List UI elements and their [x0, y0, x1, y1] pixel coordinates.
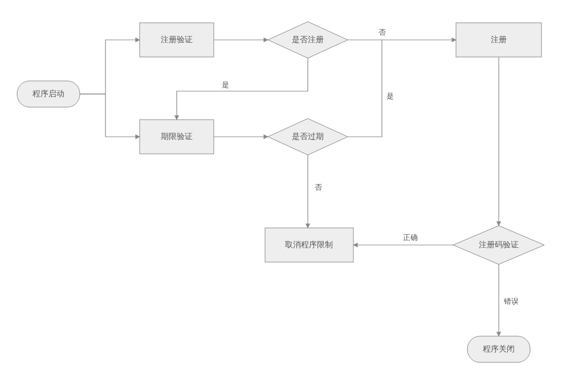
flowchart-canvas: 程序启动 注册验证 是否注册 注册 期限验证 是否过期 取消程序限制 注册码验证…	[0, 0, 570, 392]
edge-label-isexp-no: 否	[315, 183, 322, 191]
edge-label-isreg-yes: 是	[222, 80, 229, 89]
node-is-registered: 是否注册	[268, 22, 348, 58]
node-end: 程序关闭	[467, 336, 530, 362]
label-is-registered: 是否注册	[292, 35, 324, 44]
edge-start-regcheck	[80, 40, 140, 94]
edge-label-code-err: 错误	[503, 297, 519, 305]
label-code-verify: 注册码验证	[479, 240, 519, 249]
edge-label-isexp-yes: 是	[386, 92, 394, 100]
node-start: 程序启动	[17, 81, 80, 107]
edge-label-isreg-no: 否	[378, 28, 386, 36]
label-is-expired: 是否过期	[292, 132, 324, 141]
node-cancel-limit: 取消程序限制	[265, 228, 353, 262]
edge-isreg-yes	[177, 58, 308, 120]
node-period-check: 期限验证	[140, 120, 214, 154]
label-reg-check: 注册验证	[161, 35, 193, 44]
label-period-check: 期限验证	[161, 132, 193, 141]
label-start: 程序启动	[32, 89, 64, 98]
label-cancel-limit: 取消程序限制	[285, 240, 333, 249]
node-register: 注册	[456, 23, 542, 57]
node-reg-check: 注册验证	[140, 23, 214, 57]
label-end: 程序关闭	[483, 344, 515, 353]
label-register: 注册	[491, 35, 507, 44]
edge-isexp-yes	[348, 40, 382, 137]
node-is-expired: 是否过期	[268, 119, 348, 155]
edge-label-code-ok: 正确	[403, 233, 418, 242]
node-code-verify: 注册码验证	[453, 226, 544, 264]
edge-start-periodcheck	[80, 94, 140, 137]
